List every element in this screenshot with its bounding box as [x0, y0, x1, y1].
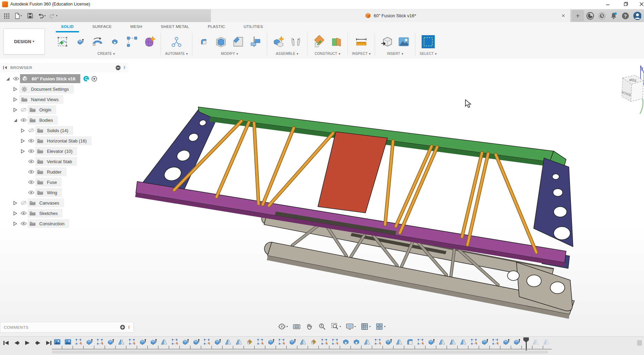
chamfer-button[interactable]	[231, 34, 245, 50]
visibility-toggle[interactable]	[27, 170, 35, 174]
timeline-feature-extrude-41[interactable]	[481, 338, 488, 345]
viewports-button[interactable]: ▾	[374, 322, 387, 331]
group-dropdown-assemble[interactable]: ASSEMBLE	[276, 52, 298, 56]
timeline-scroll-nub[interactable]	[637, 340, 642, 346]
new-component-button[interactable]	[271, 34, 286, 50]
zoom-button[interactable]	[317, 322, 328, 331]
timeline-feature-sketch-31[interactable]	[374, 338, 381, 345]
view-cube[interactable]: TOP BACK Z	[619, 63, 644, 115]
redo-button[interactable]: ▾	[48, 11, 59, 21]
timeline-feature-hole-28[interactable]	[342, 338, 349, 345]
timeline-feature-mirror-7[interactable]	[118, 338, 125, 345]
expand-arrow-icon[interactable]	[21, 139, 25, 143]
expand-arrow-icon[interactable]	[13, 221, 17, 226]
timeline-feature-extrude-32[interactable]	[385, 338, 392, 345]
browser-item-construction[interactable]: Construction	[0, 218, 128, 229]
browser-item-origin[interactable]: Origin	[0, 105, 128, 115]
grid-display-button[interactable]: ▾	[359, 322, 372, 331]
fillet-button[interactable]	[197, 34, 211, 50]
visibility-toggle[interactable]	[27, 190, 35, 195]
timeline-feature-sketch-20[interactable]	[257, 338, 264, 345]
measure-button[interactable]	[354, 34, 369, 50]
extrude-button[interactable]	[73, 34, 88, 50]
browser-item-named-views[interactable]: Named Views	[0, 94, 128, 105]
expand-arrow-icon[interactable]	[13, 211, 17, 216]
group-dropdown-create[interactable]: CREATE	[98, 52, 115, 56]
create-form-button[interactable]	[142, 34, 157, 50]
ribbon-tab-plastic[interactable]: PLASTIC	[199, 22, 234, 31]
timeline-suppressed-mirror-1[interactable]	[532, 338, 539, 345]
timeline-feature-extrude-21[interactable]	[268, 338, 274, 345]
save-button[interactable]	[25, 11, 35, 21]
timeline-feature-sketch-40[interactable]	[471, 338, 477, 345]
insert-mesh-button[interactable]	[379, 34, 394, 50]
timeline-feature-sketch-5[interactable]	[97, 338, 103, 345]
timeline-feature-extrude-9[interactable]	[139, 338, 146, 345]
visibility-toggle[interactable]	[19, 118, 28, 122]
timeline-feature-extrude-16[interactable]	[214, 338, 221, 345]
timeline-feature-mirror-17[interactable]	[225, 338, 232, 345]
visibility-toggle[interactable]	[12, 77, 20, 81]
pattern-button[interactable]	[125, 34, 139, 50]
timeline-feature-sketch-8[interactable]	[129, 338, 135, 345]
viewport-canvas[interactable]: TOP BACK Z BROWSER ‖ 60" Fusion Stick v1…	[0, 59, 644, 336]
extensions-icon[interactable]	[586, 12, 594, 20]
timeline-suppressed-mirror-2[interactable]	[543, 338, 550, 345]
browser-item-wing[interactable]: Wing	[0, 187, 128, 198]
timeline-feature-sketch-42[interactable]	[492, 338, 499, 345]
visibility-toggle[interactable]	[27, 139, 35, 143]
browser-item-bodies[interactable]: Bodies	[0, 115, 128, 125]
group-dropdown-insert[interactable]: INSERT	[387, 52, 403, 56]
timeline-feature-fillet-34[interactable]	[406, 338, 413, 345]
go-to-start-button[interactable]	[2, 339, 10, 347]
timeline-feature-plane-25[interactable]	[310, 338, 317, 345]
timeline-feature-mirror-33[interactable]	[396, 338, 403, 345]
account-icon[interactable]	[633, 12, 641, 20]
job-status-icon[interactable]	[598, 12, 606, 20]
hole-button[interactable]	[108, 34, 122, 50]
sync-status-badge[interactable]: C	[83, 76, 89, 82]
group-dropdown-automate[interactable]: AUTOMATE	[165, 52, 188, 56]
timeline-feature-sketch-26[interactable]	[321, 338, 328, 345]
browser-item-document-settings[interactable]: Document Settings	[0, 84, 128, 94]
browser-item-horizontal-stab-16-[interactable]: Horizontal Stab (16)	[0, 136, 128, 146]
ribbon-tab-surface[interactable]: SURFACE	[83, 22, 121, 31]
group-dropdown-construct[interactable]: CONSTRUCT	[315, 52, 340, 56]
create-sketch-button[interactable]	[56, 34, 70, 50]
ground-to-parent-badge[interactable]	[91, 76, 97, 82]
revolve-button[interactable]	[90, 34, 105, 50]
visibility-toggle[interactable]	[27, 159, 35, 164]
browser-item-rudder[interactable]: Rudder	[0, 167, 128, 177]
timeline-scrollbar[interactable]	[52, 351, 548, 354]
collapse-arrow-icon[interactable]	[6, 77, 10, 81]
maximize-button[interactable]	[621, 1, 631, 8]
timeline-feature-sketch-3[interactable]	[75, 338, 82, 345]
comments-bar[interactable]: COMMENTS ‖	[0, 322, 134, 333]
minimize-button[interactable]	[603, 1, 613, 8]
construct-plane-button[interactable]	[312, 34, 326, 50]
timeline-feature-mirror-11[interactable]	[161, 338, 168, 345]
close-button[interactable]	[636, 1, 644, 8]
app-launcher-button[interactable]	[1, 11, 12, 21]
insert-canvas-button[interactable]	[396, 34, 411, 50]
help-icon[interactable]: ?	[621, 12, 630, 20]
ribbon-tab-solid[interactable]: SOLID	[52, 22, 83, 31]
timeline-feature-plane-19[interactable]	[246, 338, 253, 345]
workspace-selector[interactable]: DESIGN	[3, 28, 45, 55]
timeline-feature-sketch-12[interactable]	[171, 338, 178, 345]
timeline-feature-extrude-43[interactable]	[503, 338, 510, 345]
look-at-button[interactable]	[291, 322, 302, 331]
new-tab-button[interactable]: +	[572, 10, 584, 21]
timeline-feature-mirror-30[interactable]	[364, 338, 371, 345]
timeline-feature-hole-29[interactable]	[353, 338, 360, 345]
timeline-feature-extrude-6[interactable]	[107, 338, 114, 345]
timeline-feature-sketch-27[interactable]	[332, 338, 339, 345]
panel-grip[interactable]: ‖	[128, 325, 130, 330]
collapse-panel-icon[interactable]	[3, 66, 8, 70]
visibility-toggle[interactable]	[19, 107, 28, 112]
select-button[interactable]	[421, 34, 435, 50]
display-settings-button[interactable]: ▾	[344, 322, 357, 331]
timeline-feature-extrude-23[interactable]	[289, 338, 296, 345]
timeline-feature-sketch-15[interactable]	[203, 338, 210, 345]
close-tab-icon[interactable]: ✕	[560, 12, 567, 19]
